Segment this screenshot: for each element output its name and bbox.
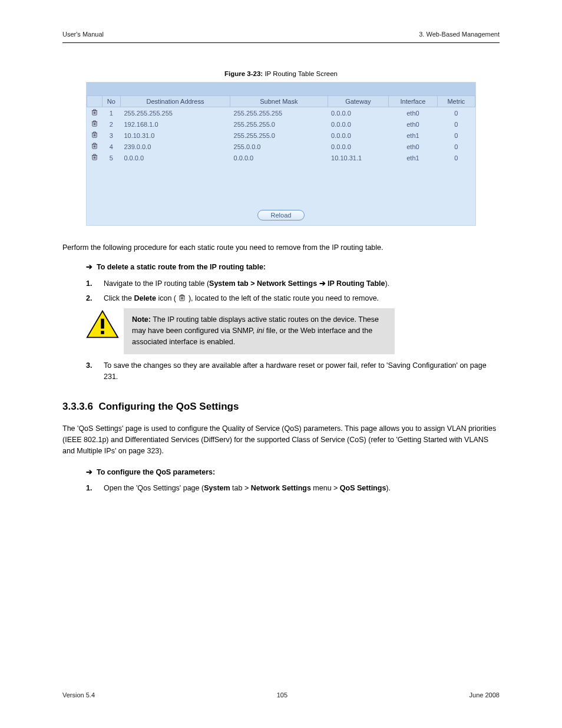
- cell-dest: 10.10.31.0: [120, 130, 230, 141]
- col-header-gateway: Gateway: [328, 96, 388, 107]
- table-row: 5 0.0.0.0 0.0.0.0 10.10.31.1 eth1 0: [87, 152, 475, 163]
- cell-metric: 0: [437, 152, 475, 163]
- header-product: 3. Web-Based Management: [419, 31, 500, 38]
- cell-dest: 0.0.0.0: [120, 152, 230, 163]
- section-heading-qos: 3.3.3.6 Configuring the QoS Settings: [62, 399, 500, 414]
- cell-gw: 10.10.31.1: [328, 152, 388, 163]
- cell-mask: 255.0.0.0: [230, 141, 328, 152]
- screenshot-titlebar: [87, 83, 475, 95]
- cell-mask: 255.255.255.0: [230, 130, 328, 141]
- warning-note: Note: The IP routing table displays acti…: [86, 308, 500, 354]
- cell-dest: 192.168.1.0: [120, 118, 230, 130]
- trash-icon: [178, 294, 186, 302]
- svg-rect-7: [101, 318, 104, 328]
- page-footer: Version 5.4 105 June 2008: [62, 691, 500, 699]
- cell-dest: 255.255.255.255: [120, 107, 230, 119]
- cell-iface: eth1: [389, 152, 438, 163]
- cell-gw: 0.0.0.0: [328, 141, 388, 152]
- col-header-metric: Metric: [437, 96, 475, 107]
- cell-mask: 0.0.0.0: [230, 152, 328, 163]
- cell-metric: 0: [437, 118, 475, 130]
- cell-metric: 0: [437, 130, 475, 141]
- svg-rect-8: [101, 331, 104, 334]
- table-row: 3 10.10.31.0 255.255.255.0 0.0.0.0 eth1 …: [87, 130, 475, 141]
- header-doc-title: User's Manual: [62, 31, 104, 38]
- header-divider: [62, 42, 500, 43]
- cell-gw: 0.0.0.0: [328, 130, 388, 141]
- right-arrow-icon: ➔: [319, 279, 326, 288]
- cell-iface: eth0: [389, 107, 438, 119]
- delete-icon[interactable]: [91, 133, 98, 140]
- footer-page-number: 105: [277, 691, 287, 699]
- delete-icon[interactable]: [91, 110, 98, 117]
- col-header-interface: Interface: [389, 96, 438, 107]
- cell-iface: eth0: [389, 141, 438, 152]
- warning-triangle-icon: [86, 309, 119, 339]
- col-header-dest: Destination Address: [120, 96, 230, 107]
- delete-procedure-title: ➔ To delete a static route from the IP r…: [86, 262, 500, 273]
- cell-no: 3: [102, 130, 120, 141]
- step-1: 1. Navigate to the IP routing table (Sys…: [86, 278, 500, 289]
- qos-step-1: 1. Open the 'Qos Settings' page (System …: [86, 483, 500, 494]
- delete-icon[interactable]: [91, 144, 98, 151]
- right-arrow-icon: ➔: [86, 263, 92, 271]
- table-row: 2 192.168.1.0 255.255.255.0 0.0.0.0 eth0…: [87, 118, 475, 130]
- col-header-no: No: [102, 96, 120, 107]
- cell-iface: eth0: [389, 118, 438, 130]
- reload-button[interactable]: Reload: [257, 210, 305, 220]
- cell-no: 5: [102, 152, 120, 163]
- table-row: 4 239.0.0.0 255.0.0.0 0.0.0.0 eth0 0: [87, 141, 475, 152]
- cell-gw: 0.0.0.0: [328, 107, 388, 119]
- table-row: 1 255.255.255.255 255.255.255.255 0.0.0.…: [87, 107, 475, 119]
- col-header-blank: [87, 96, 103, 107]
- cell-metric: 0: [437, 107, 475, 119]
- cell-metric: 0: [437, 141, 475, 152]
- ip-routing-screenshot: No Destination Address Subnet Mask Gatew…: [86, 82, 476, 226]
- qos-procedure-title: ➔ To configure the QoS parameters:: [86, 467, 500, 478]
- delete-icon[interactable]: [91, 121, 98, 129]
- cell-no: 2: [102, 118, 120, 130]
- cell-no: 4: [102, 141, 120, 152]
- cell-mask: 255.255.255.0: [230, 118, 328, 130]
- delete-icon[interactable]: [91, 155, 98, 162]
- footer-version: Version 5.4: [62, 691, 95, 699]
- figure-caption: Figure 3-23: IP Routing Table Screen: [62, 70, 500, 77]
- qos-paragraph: The 'QoS Settings' page is used to confi…: [62, 423, 500, 457]
- footer-date: June 2008: [470, 691, 500, 699]
- right-arrow-icon: ➔: [86, 468, 92, 476]
- step-3: 3. To save the changes so they are avail…: [86, 360, 500, 383]
- cell-mask: 255.255.255.255: [230, 107, 328, 119]
- cell-no: 1: [102, 107, 120, 119]
- cell-iface: eth1: [389, 130, 438, 141]
- col-header-mask: Subnet Mask: [230, 96, 328, 107]
- step-2: 2. Click the Delete icon ( ), located to…: [86, 293, 500, 304]
- cell-dest: 239.0.0.0: [120, 141, 230, 152]
- intro-paragraph: Perform the following procedure for each…: [62, 242, 500, 253]
- cell-gw: 0.0.0.0: [328, 118, 388, 130]
- ip-routing-table: No Destination Address Subnet Mask Gatew…: [87, 95, 475, 163]
